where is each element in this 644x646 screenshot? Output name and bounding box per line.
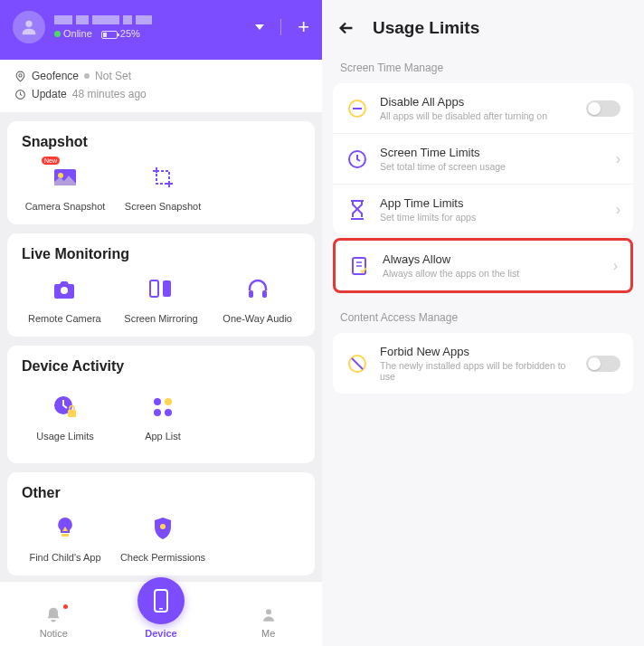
- find-childs-app[interactable]: Find Child's App: [16, 510, 114, 563]
- update-value: 48 minutes ago: [72, 88, 147, 100]
- back-icon[interactable]: [336, 18, 356, 38]
- row-sub: Always allow the apps on the list: [383, 268, 602, 279]
- geofence-label: Geofence: [32, 70, 79, 82]
- row-title: Forbid New Apps: [380, 345, 575, 358]
- svg-point-0: [25, 21, 32, 27]
- disable-all-apps-row[interactable]: Disable All Apps All apps will be disabl…: [333, 83, 633, 133]
- always-allow-row[interactable]: Always Allow Always allow the apps on th…: [336, 241, 630, 290]
- forbid-new-apps-row[interactable]: Forbid New Apps The newly installed apps…: [333, 333, 633, 394]
- chevron-down-icon[interactable]: [255, 24, 264, 30]
- screen-snapshot[interactable]: Screen Snapshot: [114, 159, 212, 212]
- chevron-right-icon: ›: [616, 151, 620, 167]
- feature-label: Camera Snapshot: [16, 201, 114, 212]
- row-title: Screen Time Limits: [380, 146, 605, 159]
- feature-label: App List: [114, 431, 212, 442]
- bulb-icon: [53, 516, 77, 541]
- pin-icon: [14, 71, 26, 82]
- usage-limits[interactable]: Usage Limits: [16, 384, 114, 451]
- block-icon: [346, 98, 368, 119]
- chevron-right-icon: ›: [616, 202, 620, 218]
- page-header: Usage Limits: [322, 0, 644, 56]
- mirror-icon: [147, 279, 175, 300]
- feature-label: Check Permissions: [114, 552, 212, 563]
- avatar[interactable]: [13, 11, 45, 43]
- feature-label: Screen Mirroring: [113, 313, 210, 324]
- section-activity: Device Activity Usage Limits App List: [7, 346, 315, 463]
- check-permissions[interactable]: Check Permissions: [114, 510, 212, 563]
- add-icon[interactable]: +: [298, 15, 309, 39]
- clock-lock-icon: [52, 394, 79, 421]
- section-label: Content Access Manage: [322, 306, 644, 333]
- row-sub: The newly installed apps will be forbidd…: [380, 360, 575, 382]
- nav-notice[interactable]: Notice: [17, 605, 90, 639]
- svg-rect-10: [262, 290, 267, 298]
- svg-rect-17: [62, 534, 69, 537]
- list-check-icon: [349, 255, 371, 277]
- phone-icon: [152, 588, 170, 613]
- svg-rect-9: [249, 290, 253, 298]
- row-title: Always Allow: [383, 252, 602, 266]
- nav-label: Device: [125, 628, 197, 639]
- apps-icon: [151, 395, 175, 419]
- section-label: Screen Time Manage: [322, 56, 644, 83]
- row-sub: All apps will be disabled after turning …: [380, 110, 575, 121]
- section-title: Live Monitoring: [16, 246, 306, 262]
- svg-rect-20: [159, 608, 163, 610]
- svg-rect-7: [150, 280, 158, 297]
- geofence-row[interactable]: Geofence Not Set: [14, 67, 308, 85]
- row-title: Disable All Apps: [380, 95, 575, 109]
- nav-me[interactable]: Me: [232, 605, 305, 639]
- geofence-value: Not Set: [95, 70, 131, 82]
- clock-icon: [346, 148, 368, 170]
- feature-label: Screen Snapshot: [114, 201, 212, 212]
- row-title: App Time Limits: [380, 196, 605, 210]
- section-live: Live Monitoring Remote Camera Screen Mir…: [7, 233, 315, 337]
- svg-point-4: [58, 173, 63, 178]
- camera-snapshot[interactable]: New Camera Snapshot: [16, 159, 114, 212]
- crop-icon: [151, 166, 175, 189]
- person-icon: [260, 606, 277, 624]
- section-snapshot: Snapshot New Camera Snapshot Screen Snap…: [7, 121, 315, 224]
- svg-point-1: [19, 73, 22, 76]
- screen-time-limits-row[interactable]: Screen Time Limits Set total time of scr…: [333, 133, 633, 184]
- svg-rect-8: [163, 280, 171, 297]
- app-time-limits-row[interactable]: App Time Limits Set time limits for apps…: [333, 184, 633, 234]
- notification-dot: [63, 604, 68, 609]
- toggle-switch[interactable]: [586, 356, 620, 372]
- row-sub: Set time limits for apps: [380, 212, 605, 223]
- info-card: Geofence Not Set Update 48 minutes ago: [0, 60, 322, 112]
- feature-label: Usage Limits: [16, 431, 114, 442]
- toggle-switch[interactable]: [586, 100, 620, 117]
- update-row[interactable]: Update 48 minutes ago: [14, 85, 308, 103]
- feature-label: Remote Camera: [16, 313, 113, 324]
- bottom-nav: Notice Device Me: [0, 581, 322, 646]
- remote-camera[interactable]: Remote Camera: [16, 271, 113, 324]
- svg-point-6: [61, 287, 68, 294]
- app-list[interactable]: App List: [114, 384, 212, 451]
- svg-rect-12: [68, 410, 76, 417]
- hourglass-icon: [347, 199, 367, 221]
- photo-icon: [52, 166, 79, 189]
- nav-device[interactable]: Device: [125, 588, 197, 639]
- svg-rect-5: [156, 171, 169, 184]
- svg-point-14: [165, 398, 172, 405]
- screen-mirroring[interactable]: Screen Mirroring: [113, 271, 210, 324]
- svg-point-18: [160, 524, 166, 529]
- shield-icon: [152, 516, 174, 541]
- section-title: Device Activity: [16, 358, 306, 375]
- svg-point-21: [266, 609, 271, 614]
- nav-label: Me: [232, 628, 305, 639]
- new-badge: New: [42, 157, 60, 165]
- svg-point-13: [154, 398, 161, 405]
- camera-icon: [51, 279, 78, 300]
- profile-header: Online 25% +: [0, 0, 322, 60]
- forbid-icon: [346, 353, 368, 375]
- clock-icon: [14, 89, 26, 100]
- feature-label: Find Child's App: [16, 552, 114, 563]
- bell-icon: [44, 606, 62, 624]
- headphones-icon: [246, 278, 270, 301]
- screen-time-card: Disable All Apps All apps will be disabl…: [333, 83, 633, 234]
- status-online: Online: [54, 28, 92, 39]
- one-way-audio[interactable]: One-Way Audio: [209, 271, 306, 324]
- section-title: Snapshot: [16, 134, 306, 150]
